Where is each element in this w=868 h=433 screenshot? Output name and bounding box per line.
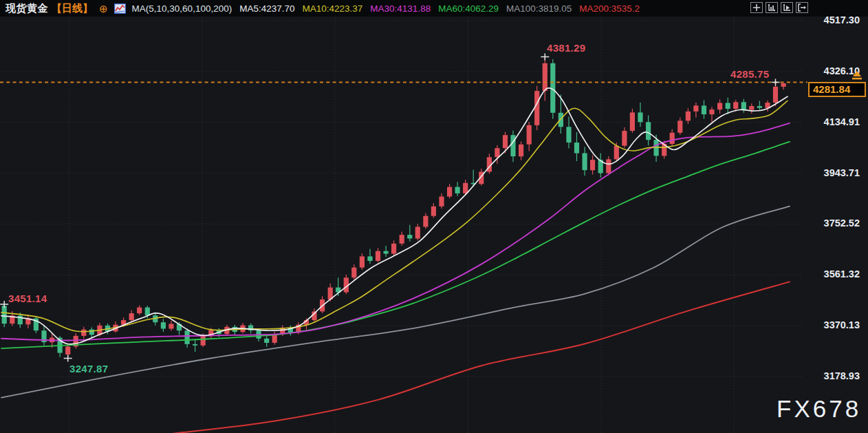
candle-body: [510, 135, 515, 156]
candle-body: [447, 187, 452, 197]
candle-body: [415, 227, 420, 239]
candle-body: [384, 251, 389, 254]
ma-line-MA100: [1, 207, 790, 398]
candle-body: [702, 105, 706, 114]
candle-body: [781, 83, 786, 87]
candle-body: [407, 235, 412, 238]
annotation-label: 4381.29: [547, 42, 585, 54]
candle-body: [2, 306, 7, 324]
extreme-cross-marker: [0, 301, 8, 308]
candle-body: [566, 127, 571, 142]
exit-right-icon[interactable]: [796, 2, 808, 13]
candle-body: [646, 122, 651, 140]
axis-label: 3561.32: [803, 268, 860, 279]
symbol-title: 现货黄金: [6, 2, 48, 15]
candle-body: [89, 330, 94, 335]
axis-label: 3178.93: [803, 370, 860, 381]
candle-body: [638, 112, 642, 122]
price-up-arrow-icon: [851, 71, 862, 80]
extreme-cross-marker: [64, 355, 72, 361]
candle-body: [169, 324, 173, 329]
ma10-legend: MA10:4223.37: [303, 3, 363, 14]
candle-body: [693, 105, 698, 112]
candle-body: [527, 125, 532, 145]
candle-body: [757, 106, 762, 108]
ma60-legend: MA60:4062.29: [438, 3, 499, 14]
candle-body: [670, 133, 675, 144]
axis-label: 3752.52: [803, 218, 860, 229]
candle-body: [590, 160, 595, 170]
candle-body: [423, 216, 428, 227]
candle-body: [185, 330, 190, 344]
chart-window: 现货黄金 【日线】 ⊕ MA(5,10,30,60,100,200) MA5:4…: [0, 0, 868, 433]
axis-bars-icon[interactable]: [766, 2, 778, 13]
candle-body: [193, 344, 197, 346]
move-crosshair-icon[interactable]: [750, 2, 763, 13]
window-controls: [750, 2, 808, 13]
candle-body: [351, 268, 356, 278]
candle-body: [709, 109, 714, 114]
annotation-label: 3451.14: [8, 293, 47, 304]
candle-body: [360, 256, 365, 267]
last-price-box: 4281.84: [808, 82, 866, 97]
ma-line-MA10: [1, 101, 788, 331]
ma-line-MA200: [173, 282, 790, 433]
candle-body: [495, 148, 499, 157]
timeframe-label: 【日线】: [52, 2, 93, 15]
candle-body: [733, 102, 738, 109]
candle-body: [81, 330, 86, 336]
candle-body: [367, 256, 372, 261]
extreme-cross-marker: [541, 54, 549, 61]
candle-body: [717, 103, 722, 110]
ma-group-label: MA(5,10,30,60,100,200): [132, 3, 232, 14]
candle-body: [630, 112, 635, 131]
candle-body: [463, 183, 468, 193]
annotation-label: 4285.75: [730, 68, 769, 80]
candle-body: [726, 103, 730, 109]
candle-body: [201, 336, 206, 346]
annotation-label: 3247.87: [69, 363, 108, 374]
candle-body: [677, 120, 682, 132]
candle-body: [622, 131, 627, 146]
candle-body: [455, 187, 460, 193]
ma30-legend: MA30:4131.88: [370, 3, 431, 14]
candle-body: [749, 106, 754, 109]
axis-label: 3943.71: [803, 167, 860, 178]
candle-body: [431, 207, 436, 216]
chart-header: 现货黄金 【日线】 ⊕ MA(5,10,30,60,100,200) MA5:4…: [0, 0, 868, 17]
candle-body: [606, 159, 611, 173]
circle-plus-icon[interactable]: ⊕: [99, 3, 108, 14]
candle-body: [137, 308, 142, 314]
ma-line-MA30: [1, 123, 790, 341]
candle-body: [614, 146, 619, 160]
candle-body: [439, 197, 444, 207]
candle-body: [65, 346, 70, 355]
candle-body: [145, 308, 150, 316]
candle-body: [773, 87, 778, 103]
candle-body: [686, 112, 691, 121]
candle-body: [543, 63, 547, 91]
candle-body: [534, 91, 539, 125]
candle-body: [574, 142, 579, 154]
candle-body: [519, 145, 523, 156]
candle-body: [741, 102, 746, 109]
candle-body: [264, 339, 269, 343]
ma5-legend: MA5:4237.70: [239, 3, 294, 14]
candle-body: [161, 322, 166, 328]
candle-body: [391, 244, 396, 254]
mini-chart-icon[interactable]: [114, 3, 126, 14]
candle-body: [583, 154, 587, 171]
axis-label: 3370.13: [803, 319, 860, 330]
ma200-legend: MA200:3535.2: [579, 3, 640, 14]
ma100-legend: MA100:3819.05: [506, 3, 572, 14]
watermark: FX678: [777, 395, 861, 423]
extreme-cross-marker: [772, 79, 780, 86]
candle-body: [503, 135, 508, 148]
axis-label: 4134.91: [803, 116, 860, 127]
axis-play-icon[interactable]: [781, 2, 793, 13]
candlestick-chart[interactable]: [0, 0, 868, 433]
candle-body: [376, 251, 380, 261]
candle-body: [400, 235, 404, 244]
candle-body: [129, 313, 134, 320]
